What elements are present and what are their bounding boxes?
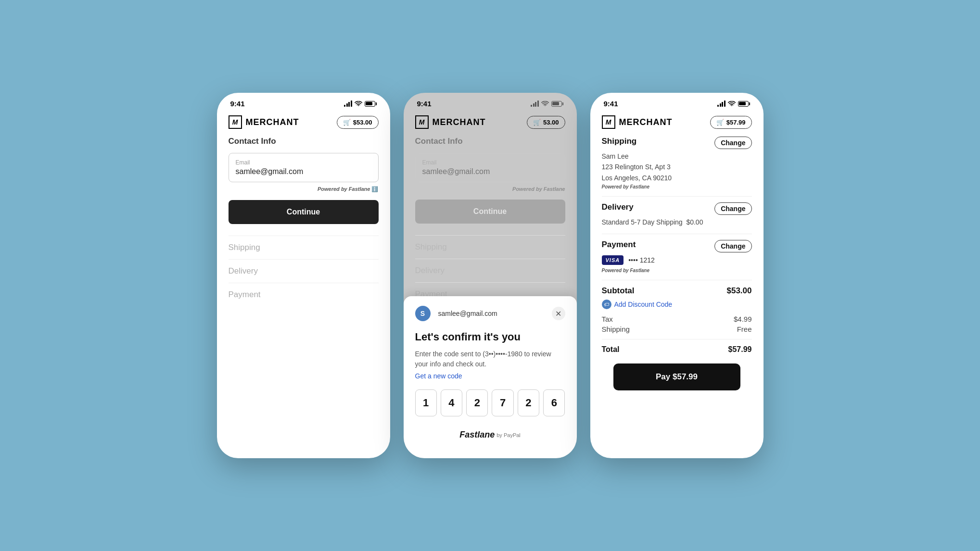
cart-amount-right: $57.99 — [726, 119, 746, 126]
phone-right: 9:41 M MERCHANT — [590, 93, 764, 458]
shipping-name: Sam Lee — [602, 151, 752, 162]
shipping-title: Shipping — [602, 137, 637, 146]
confirm-overlay: S samlee@gmail.com ✕ Let's confirm it's … — [404, 296, 577, 458]
cart-button-right[interactable]: 🛒 $57.99 — [710, 116, 752, 129]
user-avatar: S — [415, 306, 431, 321]
visa-card: VISA •••• 1212 — [602, 255, 752, 265]
continue-button-middle: Continue — [415, 200, 565, 224]
cart-amount-left: $53.00 — [353, 119, 372, 126]
signal-icon-left — [344, 100, 352, 107]
payment-title: Payment — [602, 240, 636, 250]
subtotal-label: Subtotal — [602, 286, 635, 296]
email-label-left: Email — [236, 159, 371, 166]
divider-2 — [602, 234, 752, 234]
confirm-description: Enter the code sent to (3••)••••-1980 to… — [415, 349, 565, 369]
payment-row: Payment Change — [602, 240, 752, 252]
phone-left: 9:41 M MERCHANT — [217, 93, 390, 458]
new-code-link[interactable]: Get a new code — [415, 372, 565, 380]
status-bar-middle: 9:41 — [404, 93, 577, 112]
wifi-icon-right — [728, 101, 736, 107]
nav-delivery-middle: Delivery — [415, 259, 565, 282]
nav-delivery-left: Delivery — [229, 259, 379, 283]
phone-right-content: Shipping Change Sam Lee 123 Relington St… — [590, 137, 764, 458]
shipping-fee-value: Free — [737, 325, 752, 333]
nav-shipping-left: Shipping — [229, 236, 379, 259]
battery-icon-right — [738, 101, 750, 107]
subtotal-row: Subtotal $53.00 — [602, 286, 752, 296]
cart-button-middle[interactable]: 🛒 53.00 — [527, 116, 565, 129]
shipping-address2: Los Angeles, CA 90210 — [602, 173, 752, 183]
discount-label: Add Discount Code — [614, 301, 673, 308]
cart-icon-right: 🛒 — [716, 119, 724, 126]
tax-value: $4.99 — [734, 315, 752, 323]
shipping-row: Shipping Change — [602, 137, 752, 149]
tax-label: Tax — [602, 315, 613, 323]
card-number: •••• 1212 — [628, 256, 655, 264]
otp-cell-2[interactable]: 2 — [466, 389, 488, 416]
cart-icon-left: 🛒 — [343, 119, 351, 126]
delivery-detail: Standard 5-7 Day Shipping $0.00 — [602, 217, 752, 227]
fastlane-logo: Fastlane — [459, 430, 495, 440]
total-value: $57.99 — [728, 345, 752, 354]
discount-link[interactable]: 🏷 Add Discount Code — [602, 300, 752, 309]
delivery-change-button[interactable]: Change — [714, 202, 751, 215]
signal-icon-middle — [531, 100, 539, 107]
payment-change-button[interactable]: Change — [714, 240, 751, 252]
divider-3 — [602, 280, 752, 280]
email-label-middle: Email — [422, 159, 558, 166]
confirm-title: Let's confirm it's you — [415, 331, 565, 343]
email-input-group-middle: Email samlee@gmail.com — [415, 153, 565, 182]
otp-cell-0[interactable]: 1 — [415, 389, 437, 416]
contact-info-title-middle: Contact Info — [415, 137, 565, 146]
email-input-group-left[interactable]: Email samlee@gmail.com — [229, 153, 379, 182]
wifi-icon-middle — [541, 101, 549, 107]
otp-cell-5[interactable]: 6 — [543, 389, 565, 416]
phone-header-right: M MERCHANT 🛒 $57.99 — [590, 112, 764, 137]
nav-payment-left: Payment — [229, 283, 379, 306]
signal-icon-right — [717, 100, 725, 107]
shipping-change-button[interactable]: Change — [714, 137, 751, 149]
merchant-box-left: M — [229, 115, 242, 129]
status-bar-right: 9:41 — [590, 93, 764, 112]
total-row: Total $57.99 — [602, 345, 752, 354]
merchant-box-middle: M — [415, 115, 429, 129]
powered-by-middle: Powered by Fastlane — [415, 186, 565, 192]
otp-cell-4[interactable]: 2 — [518, 389, 539, 416]
overlay-email: samlee@gmail.com — [438, 310, 497, 317]
discount-icon: 🏷 — [602, 300, 611, 309]
otp-cell-3[interactable]: 7 — [492, 389, 513, 416]
powered-by-left: Powered by Fastlane ℹ️ — [229, 186, 379, 192]
phones-container: 9:41 M MERCHANT — [217, 93, 764, 458]
total-label: Total — [602, 345, 620, 354]
merchant-logo-right: M MERCHANT — [602, 115, 673, 129]
tax-row: Tax $4.99 — [602, 315, 752, 323]
phone-header-left: M MERCHANT 🛒 $53.00 — [217, 112, 390, 137]
cart-icon-middle: 🛒 — [533, 119, 541, 126]
continue-button-left[interactable]: Continue — [229, 200, 379, 224]
status-icons-left — [344, 100, 377, 107]
email-value-left: samlee@gmail.com — [236, 167, 371, 176]
user-email-row: S samlee@gmail.com — [415, 306, 497, 321]
phone-middle: 9:41 M MERCHANT — [404, 93, 577, 458]
wifi-icon-left — [355, 101, 362, 107]
divider-4 — [602, 339, 752, 339]
fastlane-label-left: Fastlane — [349, 186, 370, 192]
merchant-name-left: MERCHANT — [246, 117, 299, 127]
status-icons-right — [717, 100, 750, 107]
pay-button[interactable]: Pay $57.99 — [613, 363, 740, 390]
delivery-title: Delivery — [602, 202, 634, 212]
close-button[interactable]: ✕ — [552, 307, 565, 320]
phone-header-middle: M MERCHANT 🛒 53.00 — [404, 112, 577, 137]
battery-icon-middle — [551, 101, 563, 107]
cart-button-left[interactable]: 🛒 $53.00 — [337, 116, 379, 129]
email-value-middle: samlee@gmail.com — [422, 167, 558, 176]
payment-powered-by: Powered by Fastlane — [602, 268, 752, 273]
merchant-name-right: MERCHANT — [619, 117, 673, 127]
otp-cell-1[interactable]: 4 — [441, 389, 462, 416]
fastlane-by: by PayPal — [496, 432, 521, 438]
status-time-middle: 9:41 — [417, 100, 432, 108]
overlay-header: S samlee@gmail.com ✕ — [415, 306, 565, 321]
contact-info-title-left: Contact Info — [229, 137, 379, 146]
cart-amount-middle: 53.00 — [543, 119, 559, 126]
divider-1 — [602, 196, 752, 197]
